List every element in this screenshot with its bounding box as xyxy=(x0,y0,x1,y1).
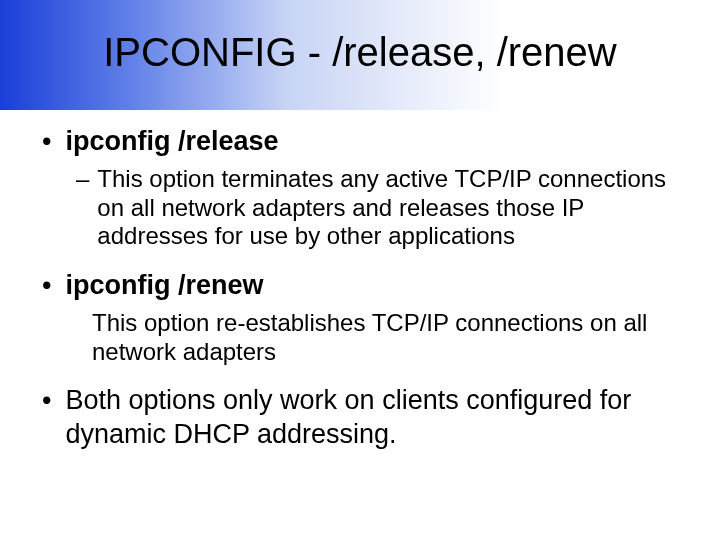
bullet-both-text: Both options only work on clients config… xyxy=(65,384,690,452)
sub-renew-text: This option re-establishes TCP/IP connec… xyxy=(92,309,690,367)
bullet-both: • Both options only work on clients conf… xyxy=(42,384,690,452)
bullet-release: • ipconfig /release xyxy=(42,125,690,159)
sub-release-text: This option terminates any active TCP/IP… xyxy=(97,165,690,251)
slide-title: IPCONFIG - /release, /renew xyxy=(0,30,720,75)
slide-body: • ipconfig /release – This option termin… xyxy=(42,125,690,458)
bullet-dot-icon: • xyxy=(42,269,51,303)
bullet-dot-icon: • xyxy=(42,384,51,452)
bullet-release-text: ipconfig /release xyxy=(65,125,690,159)
bullet-dot-icon: • xyxy=(42,125,51,159)
dash-icon: – xyxy=(76,165,89,251)
sub-renew: This option re-establishes TCP/IP connec… xyxy=(92,309,690,367)
bullet-renew-text: ipconfig /renew xyxy=(65,269,690,303)
sub-release: – This option terminates any active TCP/… xyxy=(76,165,690,251)
bullet-renew: • ipconfig /renew xyxy=(42,269,690,303)
